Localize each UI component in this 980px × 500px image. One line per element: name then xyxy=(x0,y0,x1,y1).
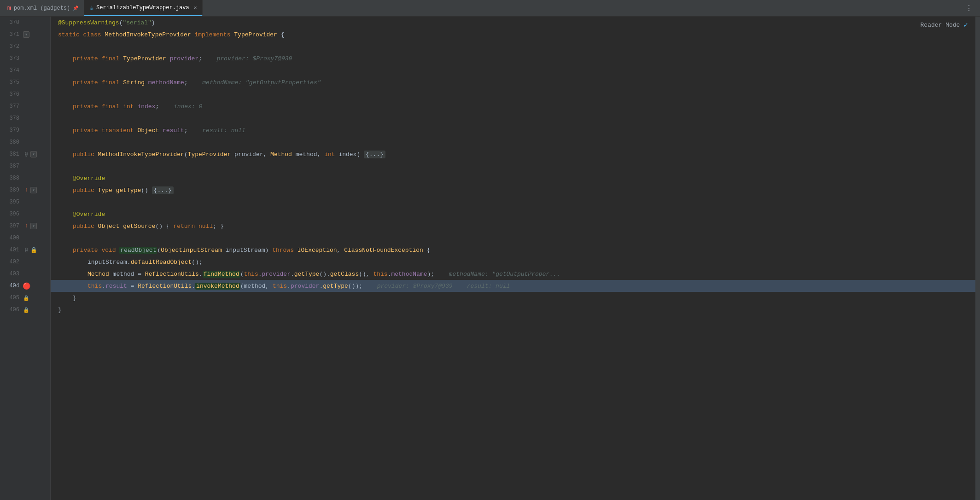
fold-icon-381[interactable]: ▾ xyxy=(30,151,37,157)
type-String-375: String xyxy=(123,79,148,86)
gutter-icons-405: 🔒 xyxy=(23,295,46,301)
gutter-row-381: 381 @ ▾ xyxy=(0,148,50,160)
code-line-375: private final String methodName; methodN… xyxy=(51,76,975,88)
line-gutter: 370 371 ▾ 372 373 374 375 xyxy=(0,17,51,500)
paren-401a: ( xyxy=(157,247,161,254)
code-line-402: inputStream.defaultReadObject(); xyxy=(51,256,975,268)
gutter-row-376: 376 xyxy=(0,88,50,100)
tab-serializable[interactable]: ☕ SerializableTypeWrapper.java ✕ xyxy=(84,0,203,16)
kw-void-401: void xyxy=(101,247,119,254)
type-Method-403: Method xyxy=(88,271,113,278)
annotation-override-388: @Override xyxy=(73,175,105,182)
code-line-374 xyxy=(51,64,975,76)
lock-icon-405: 🔒 xyxy=(23,295,29,301)
line-num-379: 379 xyxy=(0,127,23,134)
more-tabs-button[interactable]: ⋮ xyxy=(960,4,978,13)
type-Type-389: Type xyxy=(98,187,116,194)
gutter-row-374: 374 xyxy=(0,64,50,76)
line-num-405: 405 xyxy=(0,295,23,301)
code-line-389: public Type getType() {...} xyxy=(51,184,975,196)
paren-403b: () xyxy=(319,271,327,278)
kw-int-381: int xyxy=(324,151,338,158)
lock-icon-401: 🔒 xyxy=(30,247,37,253)
local-inputStream-402: inputStream xyxy=(88,259,127,266)
kw-private-401: private xyxy=(73,247,101,254)
paren-389: () xyxy=(141,187,152,194)
fold-icon-389[interactable]: ▾ xyxy=(30,187,37,193)
semi-404: ; xyxy=(359,283,362,290)
gutter-icons-389: ↑ ▾ xyxy=(23,187,46,193)
kw-this-403a: this xyxy=(244,271,258,278)
semi-377: ; xyxy=(155,103,159,110)
line-num-389: 389 xyxy=(0,187,23,193)
editor-container: 370 371 ▾ 372 373 374 375 xyxy=(0,17,980,500)
tab-pom[interactable]: m pom.xml (gadgets) 📌 xyxy=(2,0,84,16)
line-num-373: 373 xyxy=(0,55,23,62)
code-line-376 xyxy=(51,88,975,100)
field-provider: provider xyxy=(170,55,198,62)
code-editor[interactable]: Reader Mode ✓ @SuppressWarnings("serial"… xyxy=(51,17,975,500)
annotation-override-396: @Override xyxy=(73,211,105,218)
reader-mode-label[interactable]: Reader Mode xyxy=(921,22,960,29)
kw-this-404b: this xyxy=(273,283,287,290)
gutter-row-370: 370 xyxy=(0,17,50,29)
kw-throws-401: throws xyxy=(272,247,298,254)
kw-private-373: private xyxy=(73,55,101,62)
line-num-372: 372 xyxy=(0,43,23,50)
comma-381a: , xyxy=(263,151,271,158)
breakpoint-error-404[interactable]: 🔴 xyxy=(23,283,29,289)
paren-397: () xyxy=(155,223,166,230)
line-num-397: 397 xyxy=(0,223,23,229)
hint-methodName-375: methodName: "getOutputProperties" xyxy=(195,79,321,86)
type-ReflectionUtils-403: ReflectionUtils xyxy=(145,271,199,278)
gutter-row-387: 387 xyxy=(0,160,50,172)
type-ClassNotFoundException-401: ClassNotFoundException xyxy=(344,247,426,254)
tab-serializable-label: SerializableTypeWrapper.java xyxy=(96,5,189,11)
paren-401b: ) xyxy=(265,247,273,254)
fold-icon-397[interactable]: ▾ xyxy=(30,223,37,229)
gutter-row-380: 380 xyxy=(0,136,50,148)
kw-final-373: final xyxy=(101,55,123,62)
semi-397: ; } xyxy=(213,223,223,230)
gutter-row-379: 379 xyxy=(0,124,50,136)
gutter-icons-401: @ 🔒 xyxy=(23,247,46,253)
line-num-387: 387 xyxy=(0,163,23,169)
code-line-403: Method method = ReflectionUtils.findMeth… xyxy=(51,268,975,280)
code-line-400 xyxy=(51,232,975,244)
line-num-377: 377 xyxy=(0,103,23,110)
code-line-401: private void readObject(ObjectInputStrea… xyxy=(51,244,975,256)
paren-370a: ( xyxy=(119,19,123,26)
hint-provider-404: provider: $Proxy7@939 result: null xyxy=(370,283,510,290)
line-num-388: 388 xyxy=(0,175,23,181)
semi-379: ; xyxy=(184,127,188,134)
param-method-381: method xyxy=(296,151,317,158)
comma-381b: , xyxy=(317,151,325,158)
gutter-row-395: 395 xyxy=(0,196,50,208)
paren-381b: ) xyxy=(356,151,364,158)
kw-private-379: private xyxy=(73,127,101,134)
dot-402: . xyxy=(127,259,131,266)
vertical-scrollbar[interactable] xyxy=(975,17,980,500)
tab-close-icon[interactable]: ✕ xyxy=(194,5,197,11)
line-num-371: 371 xyxy=(0,31,23,38)
tab-pom-pin: 📌 xyxy=(73,6,78,11)
code-line-396: @Override xyxy=(51,208,975,220)
semi-403: ; xyxy=(431,271,434,278)
fold-icon-371[interactable]: ▾ xyxy=(23,31,29,38)
line-num-370: 370 xyxy=(0,19,23,26)
code-line-406: } xyxy=(51,304,975,316)
gutter-row-389: 389 ↑ ▾ xyxy=(0,184,50,196)
dot-404: . xyxy=(102,283,105,290)
type-ReflectionUtils-404: ReflectionUtils xyxy=(138,283,192,290)
hint-result-379: result: null xyxy=(195,127,245,134)
method-defaultReadObject-402: defaultReadObject xyxy=(131,259,192,266)
at-icon-401: @ xyxy=(23,247,29,253)
gutter-row-388: 388 xyxy=(0,172,50,184)
code-line-404: this.result = ReflectionUtils.invokeMeth… xyxy=(51,280,975,292)
paren-403a: ( xyxy=(240,271,244,278)
code-line-370: @SuppressWarnings("serial") xyxy=(51,17,975,29)
at-icon-381: @ xyxy=(23,151,29,157)
hint-provider-373: provider: $Proxy7@939 xyxy=(210,55,292,62)
gutter-row-396: 396 xyxy=(0,208,50,220)
hint-methodName-403: methodName: "getOutputProper... xyxy=(442,271,560,278)
